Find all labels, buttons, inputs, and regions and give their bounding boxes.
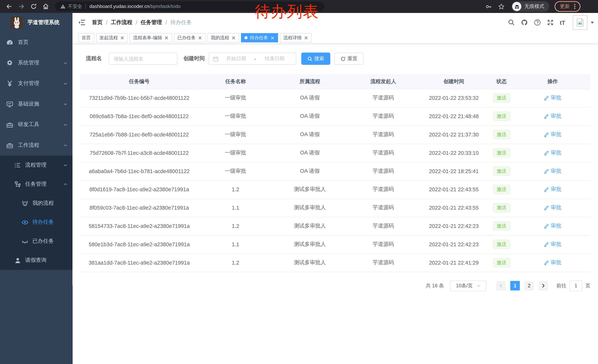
back-icon[interactable]: [6, 3, 13, 10]
prev-page-button[interactable]: [496, 281, 506, 290]
breadcrumb: 首页/工作流程/任务管理/待办任务: [92, 19, 192, 26]
sidebar-item-devtools[interactable]: 研发工具: [0, 114, 72, 135]
view-tab[interactable]: 流程详情: [280, 33, 312, 42]
page-button-2[interactable]: 2: [524, 281, 534, 290]
breadcrumb-separator: /: [166, 19, 167, 25]
sidebar-item-system[interactable]: 系统管理: [0, 53, 72, 73]
omnibox-divider: [85, 4, 86, 9]
breadcrumb-item[interactable]: 首页: [92, 19, 103, 26]
star-icon[interactable]: [498, 3, 505, 10]
process-name-label: 流程名: [86, 55, 102, 62]
pagination-total: 共 16 条: [426, 282, 444, 289]
task-id-cell: 8f0d1619-7ac8-11ec-a9e2-a2380e71991a: [80, 180, 198, 199]
column-header: 创建时间: [420, 74, 488, 89]
browser-menu-icon[interactable]: [572, 4, 577, 10]
view-tab[interactable]: 我的流程: [208, 33, 239, 42]
view-tab[interactable]: 发起流程: [96, 33, 128, 42]
breadcrumb-separator: /: [106, 19, 108, 25]
sidebar-item-workflow[interactable]: 工作流程: [0, 135, 72, 155]
approve-button[interactable]: 审批: [544, 204, 562, 211]
process-cell: 测试多审批人: [273, 217, 347, 235]
create-time-cell: 2022-01-21 22:42:23: [420, 217, 488, 235]
search-icon[interactable]: [508, 19, 515, 26]
view-tab[interactable]: 待办任务: [241, 33, 278, 42]
screenshot-root: 不安全 dashboard.yudao.iocoder.cn/bpm/task/…: [0, 0, 598, 364]
approve-button[interactable]: 审批: [544, 259, 562, 266]
status-badge: 激活: [493, 112, 510, 121]
caret-down-icon[interactable]: [590, 21, 594, 24]
column-header: 所属流程: [273, 74, 347, 89]
sidebar-item-infrastructure[interactable]: 基础设施: [0, 94, 72, 114]
forward-icon[interactable]: [18, 3, 25, 10]
initiator-cell: 芋道源码: [347, 199, 419, 217]
edit-icon: [544, 187, 549, 192]
task-id-cell: 580e1b3d-7ac8-11ec-a9e2-a2380e71991a: [80, 235, 198, 253]
approve-button[interactable]: 审批: [544, 241, 562, 248]
status-badge: 激活: [493, 258, 510, 267]
chevron-right-icon: [541, 284, 545, 288]
broken-image-icon: [576, 18, 585, 27]
sidebar-item-my-process[interactable]: 我的流程: [0, 194, 72, 213]
edit-icon: [544, 260, 549, 265]
search-button[interactable]: 搜索: [301, 53, 330, 65]
font-size-icon[interactable]: tT: [560, 19, 565, 26]
github-icon[interactable]: [521, 19, 528, 26]
edit-icon: [544, 205, 549, 210]
sidebar-toggle-icon[interactable]: [78, 19, 86, 26]
approve-button[interactable]: 审批: [544, 131, 562, 138]
home-icon[interactable]: [42, 3, 49, 10]
avatar[interactable]: [573, 15, 587, 30]
close-icon[interactable]: [164, 36, 169, 40]
user-icon: [14, 257, 21, 264]
app-logo-row[interactable]: 芋道管理系统: [0, 13, 72, 32]
approve-button[interactable]: 审批: [544, 186, 562, 193]
sidebar-item-done-tasks[interactable]: 已办任务: [0, 232, 72, 251]
help-icon[interactable]: [534, 19, 541, 26]
view-tab[interactable]: 首页: [78, 33, 94, 42]
close-icon[interactable]: [120, 36, 124, 40]
next-page-button[interactable]: [539, 281, 548, 290]
initiator-cell: 芋道源码: [347, 144, 419, 162]
breadcrumb-separator: /: [136, 19, 137, 25]
initiator-cell: 芋道源码: [347, 180, 419, 199]
approve-button[interactable]: 审批: [544, 149, 562, 156]
sidebar-item-leave-query[interactable]: 请假查询: [0, 251, 72, 270]
reload-icon[interactable]: [30, 3, 37, 10]
page-size-select[interactable]: 10条/页: [450, 280, 486, 291]
close-icon[interactable]: [304, 36, 308, 40]
table-row: 58154733-7ac8-11ec-a9e2-a2380e71991a 1.2…: [80, 217, 590, 235]
view-tab[interactable]: 流程表单-编辑: [130, 33, 172, 42]
app-title: 芋道管理系统: [27, 19, 59, 26]
reset-button[interactable]: 重置: [334, 53, 363, 65]
close-icon[interactable]: [270, 36, 275, 40]
key-icon[interactable]: [486, 3, 492, 10]
task-id-cell: 8f059c03-7ac8-11ec-a9e2-a2380e71991a: [80, 199, 198, 217]
sidebar-item-home[interactable]: 首页: [0, 32, 72, 53]
task-name-cell: 一级审批: [199, 144, 273, 162]
org-tree-icon: [14, 180, 21, 188]
fullscreen-icon[interactable]: [547, 19, 554, 26]
approve-button[interactable]: 审批: [544, 168, 562, 174]
approve-button[interactable]: 审批: [544, 113, 562, 119]
view-tab[interactable]: 已办任务: [174, 33, 206, 42]
approve-button[interactable]: 审批: [544, 222, 562, 229]
process-name-input[interactable]: [109, 53, 177, 65]
close-icon[interactable]: [232, 36, 236, 40]
close-icon[interactable]: [198, 36, 202, 40]
main-content: 流程名 创建时间 开始日期 - 结束日期 搜索 重置 任务: [72, 44, 598, 364]
approve-button[interactable]: 审批: [544, 94, 562, 101]
sidebar-item-todo-tasks[interactable]: 待办任务: [0, 213, 72, 232]
sidebar-item-task-management[interactable]: 任务管理: [0, 175, 72, 194]
sidebar-item-payment[interactable]: 支付管理: [0, 73, 72, 94]
update-button[interactable]: 更新: [555, 1, 580, 12]
search-icon: [307, 56, 312, 61]
page-button-1[interactable]: 1: [510, 281, 520, 290]
status-badge: 激活: [493, 185, 510, 194]
sidebar-item-process-management[interactable]: 流程管理: [0, 155, 72, 175]
date-range-picker[interactable]: 开始日期 - 结束日期: [208, 53, 296, 65]
goto-page-input[interactable]: 1: [569, 280, 582, 291]
breadcrumb-item[interactable]: 任务管理: [141, 19, 162, 26]
breadcrumb-item[interactable]: 工作流程: [111, 19, 132, 26]
status-badge: 激活: [493, 130, 510, 139]
chevron-down-icon: [63, 81, 68, 86]
